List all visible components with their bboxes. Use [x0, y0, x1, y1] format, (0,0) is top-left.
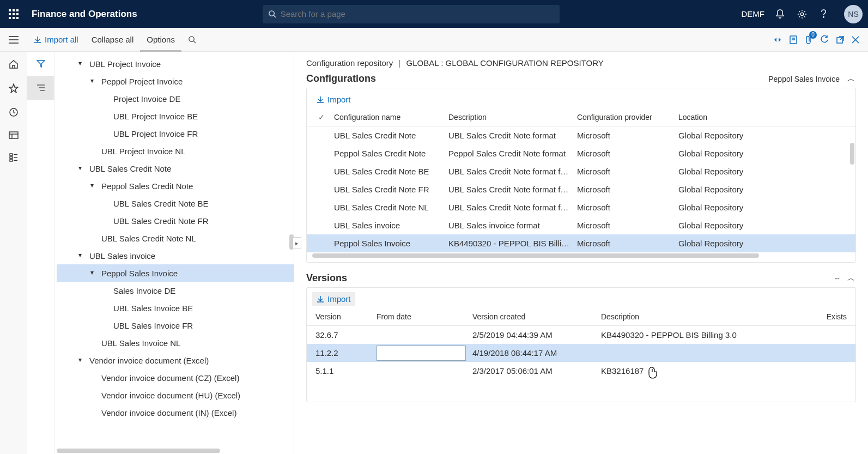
col-from-date[interactable]: From date — [373, 312, 469, 321]
configuration-row[interactable]: UBL Sales Credit Note BEUBL Sales Credit… — [307, 162, 855, 180]
configurations-hscroll[interactable] — [312, 253, 850, 259]
from-date-input[interactable] — [377, 346, 466, 361]
group-icon[interactable] — [27, 76, 54, 100]
configuration-row[interactable]: UBL Sales Credit Note FRUBL Sales Credit… — [307, 180, 855, 198]
tree-node[interactable]: UBL Project Invoice BE — [57, 107, 294, 125]
tree-node[interactable]: ▾UBL Sales invoice — [57, 247, 294, 264]
svg-rect-28 — [10, 154, 13, 155]
splitter[interactable]: ▸ — [294, 52, 303, 454]
tree-node-label: UBL Project Invoice BE — [113, 112, 198, 121]
popout-icon[interactable] — [836, 36, 844, 44]
svg-rect-25 — [9, 132, 18, 138]
tree-node[interactable]: UBL Sales Invoice BE — [57, 299, 294, 317]
hamburger-icon[interactable] — [0, 28, 27, 52]
version-row[interactable]: 32.6.72/5/2019 04:44:39 AMKB4490320 - PE… — [307, 326, 855, 344]
caret-icon[interactable]: ▾ — [90, 269, 98, 276]
tree-node[interactable]: UBL Sales Invoice NL — [57, 334, 294, 352]
tree-node-label: Vendor invoice document (IN) (Excel) — [101, 408, 236, 417]
close-icon[interactable] — [852, 36, 859, 44]
configurations-context-label: Peppol Sales Invoice — [768, 75, 840, 83]
tree-node[interactable]: ▾Peppol Project Invoice — [57, 72, 294, 90]
collapse-icon[interactable]: ︿ — [847, 74, 855, 84]
caret-icon[interactable]: ▾ — [78, 356, 86, 364]
refresh-icon[interactable] — [820, 35, 829, 44]
tree-node[interactable]: UBL Project Invoice FR — [57, 125, 294, 142]
version-row[interactable]: 11.2.24/19/2018 08:44:17 AM — [307, 344, 855, 362]
filter-icon[interactable] — [27, 52, 54, 76]
help-icon[interactable] — [819, 9, 830, 19]
find-button[interactable] — [181, 28, 203, 52]
page-options-icon[interactable] — [790, 35, 797, 44]
import-all-button[interactable]: Import all — [27, 28, 85, 52]
tree-node[interactable]: ▾Peppol Sales Credit Note — [57, 177, 294, 195]
caret-icon[interactable]: ▾ — [78, 164, 86, 172]
col-description[interactable]: Description — [445, 113, 574, 122]
personalize-icon[interactable] — [773, 35, 782, 44]
tree-node[interactable]: ▾Peppol Sales Invoice — [57, 264, 294, 282]
import-all-label: Import all — [45, 35, 78, 44]
tree-node[interactable]: ▾UBL Sales Credit Note — [57, 160, 294, 177]
col-location[interactable]: Location — [675, 113, 850, 122]
tree-node[interactable]: ▾Vendor invoice document (Excel) — [57, 352, 294, 369]
tree-node[interactable]: UBL Project Invoice NL — [57, 142, 294, 160]
gear-icon[interactable] — [797, 9, 808, 19]
collapse-arrow-icon[interactable]: ▸ — [293, 237, 301, 249]
col-exists[interactable]: Exists — [817, 312, 850, 321]
tree-node[interactable]: UBL Sales Credit Note FR — [57, 212, 294, 229]
caret-icon[interactable]: ▾ — [90, 77, 98, 84]
recent-icon[interactable] — [9, 107, 19, 117]
svg-rect-5 — [16, 13, 19, 15]
configurations-vscroll-thumb[interactable] — [850, 143, 854, 165]
tree-node[interactable]: UBL Sales Credit Note BE — [57, 195, 294, 212]
caret-icon[interactable]: ▾ — [90, 181, 98, 189]
tree-node[interactable]: Vendor invoice document (HU) (Excel) — [57, 386, 294, 404]
configuration-row[interactable]: UBL Sales invoiceUBL Sales invoice forma… — [307, 216, 855, 234]
col-version-created[interactable]: Version created — [469, 312, 598, 321]
configuration-row[interactable]: Peppol Sales InvoiceKB4490320 - PEPPOL B… — [307, 234, 855, 252]
tree-node[interactable]: Vendor invoice document (IN) (Excel) — [57, 404, 294, 421]
collapse-icon[interactable]: ︿ — [847, 274, 855, 283]
col-configuration-name[interactable]: Configuration name — [331, 113, 445, 122]
favorites-icon[interactable] — [9, 83, 19, 93]
versions-header: Versions -- ︿ — [306, 273, 856, 287]
col-version-description[interactable]: Description — [598, 312, 817, 321]
home-icon[interactable] — [9, 59, 19, 69]
versions-import-button[interactable]: Import — [312, 292, 355, 306]
options-button[interactable]: Options — [140, 28, 181, 52]
attachments-icon[interactable]: 0 — [805, 35, 812, 45]
cell-desc: UBL Sales Credit Note format fo... — [445, 203, 574, 212]
col-version[interactable]: Version — [312, 312, 373, 321]
notification-icon[interactable] — [775, 9, 786, 19]
search-input[interactable] — [281, 9, 554, 19]
caret-icon[interactable]: ▾ — [78, 59, 86, 67]
svg-line-17 — [193, 41, 196, 43]
tree-horizontal-scrollbar[interactable] — [57, 449, 289, 454]
configurations-import-button[interactable]: Import — [312, 93, 355, 106]
workspaces-icon[interactable] — [9, 131, 19, 139]
col-provider[interactable]: Configuration provider — [574, 113, 675, 122]
cell-from-date[interactable] — [373, 346, 469, 361]
collapse-all-button[interactable]: Collapse all — [85, 28, 141, 52]
tree-node[interactable]: Vendor invoice document (CZ) (Excel) — [57, 369, 294, 386]
tree-node-label: UBL Project Invoice FR — [113, 129, 198, 138]
configuration-row[interactable]: UBL Sales Credit NoteUBL Sales Credit No… — [307, 126, 855, 144]
cell-name: Peppol Sales Invoice — [331, 239, 445, 248]
configuration-row[interactable]: Peppol Sales Credit NotePeppol Sales Cre… — [307, 144, 855, 162]
version-row[interactable]: 5.1.12/3/2017 05:06:01 AMKB3216187 — [307, 362, 855, 380]
modules-icon[interactable] — [9, 153, 18, 162]
company-picker[interactable]: DEMF — [742, 9, 765, 19]
tree-node[interactable]: UBL Sales Invoice FR — [57, 317, 294, 334]
breadcrumb-root[interactable]: Configuration repository — [306, 58, 393, 68]
caret-icon[interactable]: ▾ — [78, 251, 86, 259]
configuration-row[interactable]: UBL Sales Credit Note NLUBL Sales Credit… — [307, 198, 855, 216]
tree-node[interactable]: ▾UBL Project Invoice — [57, 55, 294, 72]
select-all-checkbox[interactable]: ✓ — [312, 113, 331, 122]
svg-rect-8 — [16, 17, 19, 19]
tree-node[interactable]: Project Invoice DE — [57, 90, 294, 107]
user-avatar[interactable]: NS — [844, 5, 863, 23]
tree-node-label: UBL Sales Invoice BE — [113, 304, 193, 313]
global-search[interactable] — [263, 5, 560, 23]
tree-node[interactable]: Sales Invoice DE — [57, 282, 294, 299]
app-launcher-icon[interactable] — [0, 0, 27, 28]
tree-node[interactable]: UBL Sales Credit Note NL — [57, 229, 294, 247]
